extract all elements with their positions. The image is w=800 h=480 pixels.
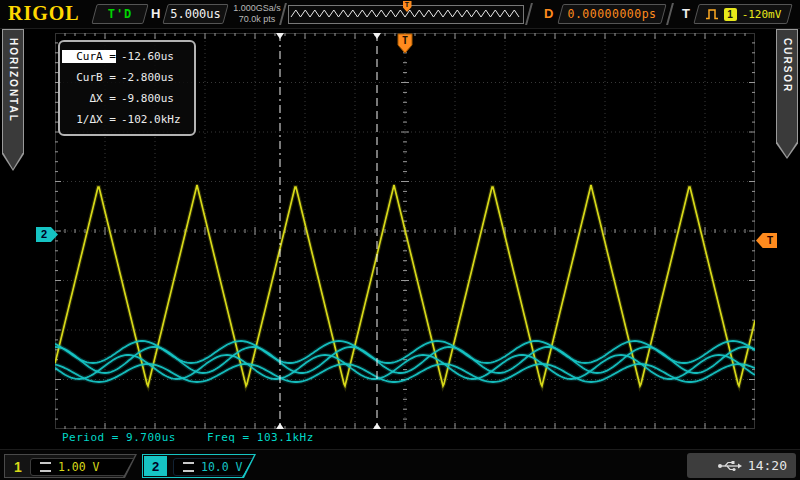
delay-value: 0.00000000ps — [567, 7, 656, 21]
tab-face: HORIZONTAL — [3, 30, 23, 169]
top-status-bar: RIGOL T'D H 5.000us 1.000GSa/s 70.0k pts… — [0, 0, 800, 29]
delay-label: D — [544, 6, 553, 21]
topbar-separator — [666, 3, 674, 25]
channel2-badge[interactable]: 2 10.0 V — [142, 454, 256, 478]
measurement-period: Period = 9.700us — [62, 431, 176, 444]
usb-icon — [717, 460, 743, 472]
trigger-source-chip: 1 — [724, 8, 737, 21]
tab-horizontal[interactable]: HORIZONTAL — [2, 29, 24, 171]
cursor-invdx-label: 1/ΔX = — [62, 113, 116, 126]
cursor-dx-label: ΔX = — [62, 92, 116, 105]
clock-time: 14:20 — [748, 458, 787, 473]
channel1-badge[interactable]: 1 1.00 V — [4, 454, 137, 478]
cursor-a-value: -12.60us — [121, 50, 174, 63]
svg-text:T: T — [402, 35, 408, 46]
cursor-dx-value: -9.800us — [121, 92, 174, 105]
channel2-scale: 10.0 V — [201, 460, 243, 474]
trigger-status-text: T'D — [108, 7, 133, 21]
timebase-badge[interactable]: 5.000us — [165, 4, 226, 24]
sample-rate: 1.000GSa/s — [228, 3, 286, 14]
delay-badge[interactable]: 0.00000000ps — [560, 4, 664, 24]
cursor-row-a: CurA = -12.60us — [62, 46, 190, 67]
channel1-number: 1 — [14, 459, 22, 475]
dc-coupling-icon — [40, 462, 51, 472]
channel1-scale: 1.00 V — [58, 460, 100, 474]
dc-coupling-icon — [183, 462, 194, 472]
acquisition-info: 1.000GSa/s 70.0k pts — [228, 3, 286, 25]
trigger-level-marker[interactable]: T — [756, 233, 777, 248]
cursor-row-invdx: 1/ΔX = -102.0kHz — [62, 109, 190, 130]
cursor-invdx-value: -102.0kHz — [121, 113, 181, 126]
channel1-settings: 1.00 V — [30, 458, 136, 476]
topbar-separator — [525, 3, 533, 25]
clock-panel: 14:20 — [687, 453, 796, 478]
oscilloscope-screen: RIGOL T'D H 5.000us 1.000GSa/s 70.0k pts… — [0, 0, 800, 480]
timebase-value: 5.000us — [170, 7, 221, 21]
trigger-level-value: -120mV — [742, 8, 782, 21]
tab-face: CURSOR — [777, 30, 797, 157]
channel2-number: 2 — [144, 456, 167, 476]
cursor-b-label: CurB = — [62, 71, 116, 84]
tab-horizontal-label: HORIZONTAL — [8, 38, 19, 123]
trigger-label: T — [682, 6, 690, 21]
horizontal-label: H — [151, 6, 160, 21]
waveform-preview-strip[interactable]: T — [288, 5, 524, 24]
cursor-info-panel: CurA = -12.60us CurB = -2.800us ΔX = -9.… — [58, 40, 196, 136]
channel1-face: 1 1.00 V — [5, 455, 135, 477]
cursor-a-label: CurA = — [62, 50, 116, 63]
measurement-freq: Freq = 103.1kHz — [207, 431, 314, 444]
bottom-channel-bar: 1 1.00 V 2 10.0 V — [0, 449, 800, 480]
channel2-face: 2 10.0 V — [143, 455, 254, 477]
tab-cursor-label: CURSOR — [782, 38, 793, 93]
pulse-edge-icon — [705, 8, 719, 20]
trigger-status-badge: T'D — [94, 4, 146, 24]
memory-depth: 70.0k pts — [228, 14, 286, 25]
cursor-row-dx: ΔX = -9.800us — [62, 88, 190, 109]
tab-cursor[interactable]: CURSOR — [776, 29, 798, 159]
trigger-settings-badge[interactable]: 1 -120mV — [696, 4, 790, 24]
cursor-b-value: -2.800us — [121, 71, 174, 84]
cursor-row-b: CurB = -2.800us — [62, 67, 190, 88]
rigol-logo: RIGOL — [8, 2, 80, 25]
